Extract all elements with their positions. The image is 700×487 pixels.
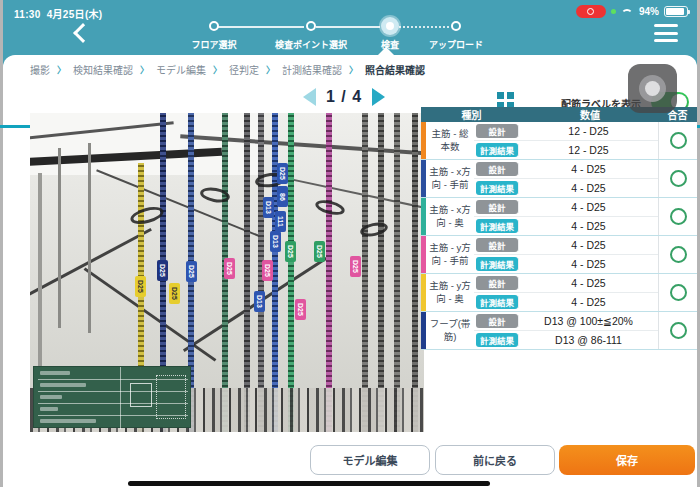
- table-row[interactable]: 主筋 - x方向 - 奥 設計4 - D25 計測結果4 - D25: [421, 198, 697, 236]
- progress-stepper: フロア選択 検査ポイント選択 検査 アップロード: [205, 18, 475, 54]
- inspection-photo[interactable]: D25 86 D13 111 D13 D25 D25 D25 D25 D25 D…: [30, 113, 424, 432]
- wifi-icon: [621, 7, 634, 17]
- rebar-tag: 86: [277, 186, 288, 207]
- rebar-tag: D25: [314, 241, 325, 262]
- rebar-tag: D25: [277, 163, 288, 184]
- table-row[interactable]: 主筋 - 総本数 設計12 - D25 計測結果12 - D25: [421, 122, 697, 160]
- design-value: 4 - D25: [518, 277, 658, 289]
- design-badge: 設計: [476, 124, 518, 138]
- save-button[interactable]: 保存: [559, 445, 695, 475]
- step-label-upload: アップロード: [429, 38, 483, 51]
- prev-page-button[interactable]: [303, 88, 316, 106]
- result-cell: [658, 198, 697, 235]
- table-row[interactable]: 主筋 - y方向 - 奥 設計4 - D25 計測結果4 - D25: [421, 274, 697, 312]
- row-category: 主筋 - x方向 - 手前: [426, 160, 474, 197]
- breadcrumb-item[interactable]: 径判定: [229, 62, 259, 77]
- rebar-tag: D13: [263, 197, 274, 218]
- app-screen: 11:30 4月25日(木) 94% フロア選択 検査ポイント選択 検査 アップ…: [0, 0, 700, 487]
- breadcrumb-item[interactable]: 計測結果確認: [282, 62, 342, 77]
- design-badge: 設計: [476, 200, 518, 214]
- menu-button[interactable]: [654, 24, 678, 42]
- pass-circle-icon: [670, 132, 687, 149]
- model-edit-button[interactable]: モデル編集: [310, 445, 430, 475]
- pass-circle-icon: [670, 322, 687, 339]
- result-cell: [658, 236, 697, 273]
- battery-icon: [664, 6, 688, 17]
- back-button[interactable]: [73, 23, 93, 43]
- design-value: 4 - D25: [518, 239, 658, 251]
- rebar-tag: D25: [350, 256, 361, 277]
- rebar-tag: D25: [285, 241, 296, 262]
- step-label-point: 検査ポイント選択: [275, 38, 347, 51]
- table-row[interactable]: フープ(帯筋) 設計D13 @ 100±≦20% 計測結果D13 @ 86-11…: [421, 312, 697, 350]
- breadcrumb-separator-icon: 〉: [266, 63, 275, 76]
- design-value: 4 - D25: [518, 201, 658, 213]
- footer-bar: モデル編集 前に戻る 保存: [3, 445, 697, 477]
- row-category: 主筋 - y方向 - 奥: [426, 274, 474, 311]
- assistive-touch-button[interactable]: [628, 64, 677, 113]
- measured-badge: 計測結果: [476, 219, 518, 233]
- result-cell: [658, 122, 697, 159]
- pass-circle-icon: [670, 246, 687, 263]
- design-value: 12 - D25: [518, 125, 658, 137]
- row-category: 主筋 - x方向 - 奥: [426, 198, 474, 235]
- breadcrumb: 撮影 〉 検知結果確認 〉 モデル編集 〉 径判定 〉 計測結果確認 〉 照合結…: [30, 62, 425, 77]
- battery-percent: 94%: [639, 6, 659, 17]
- breadcrumb-separator-icon: 〉: [349, 63, 358, 76]
- design-badge: 設計: [476, 314, 518, 328]
- measured-value: 4 - D25: [518, 182, 658, 194]
- pass-circle-icon: [670, 170, 687, 187]
- breadcrumb-separator-icon: 〉: [213, 63, 222, 76]
- step-circle-point[interactable]: [306, 21, 316, 31]
- rebar-tag: D25: [157, 260, 168, 281]
- pass-circle-icon: [670, 284, 687, 301]
- result-cell: [658, 274, 697, 311]
- design-value: D13 @ 100±≦20%: [518, 315, 658, 327]
- network-dot-icon: [611, 9, 616, 14]
- measured-badge: 計測結果: [476, 333, 518, 347]
- breadcrumb-item[interactable]: モデル編集: [156, 62, 206, 77]
- screen-recording-indicator[interactable]: [576, 5, 606, 18]
- row-category: 主筋 - 総本数: [426, 122, 474, 159]
- page-indicator: 1 / 4: [326, 88, 362, 106]
- home-indicator[interactable]: [128, 481, 490, 486]
- rebar-tag: D13: [254, 291, 265, 312]
- next-page-button[interactable]: [372, 88, 385, 106]
- measured-value: 4 - D25: [518, 258, 658, 270]
- breadcrumb-separator-icon: 〉: [140, 63, 149, 76]
- rebar-tag: 111: [275, 211, 286, 232]
- breadcrumb-item-current: 照合結果確認: [365, 62, 425, 77]
- result-cell: [658, 160, 697, 197]
- rebar-tag: D25: [262, 260, 273, 281]
- rebar-tag: D25: [295, 299, 306, 320]
- step-label-floor: フロア選択: [191, 38, 236, 51]
- design-badge: 設計: [476, 276, 518, 290]
- step-circle-floor[interactable]: [209, 21, 219, 31]
- design-badge: 設計: [476, 162, 518, 176]
- row-category: フープ(帯筋): [426, 312, 474, 349]
- row-category: 主筋 - y方向 - 手前: [426, 236, 474, 273]
- result-cell: [658, 312, 697, 349]
- record-dot-icon: [587, 8, 594, 15]
- nav-bar: フロア選択 検査ポイント選択 検査 アップロード: [0, 24, 700, 55]
- measured-badge: 計測結果: [476, 295, 518, 309]
- measured-value: 12 - D25: [518, 144, 658, 156]
- results-table: 種別 数値 合否 主筋 - 総本数 設計12 - D25 計測結果12 - D2…: [421, 107, 697, 350]
- design-badge: 設計: [476, 238, 518, 252]
- assistive-touch-ring: [639, 75, 666, 102]
- measured-badge: 計測結果: [476, 143, 518, 157]
- back-step-button[interactable]: 前に戻る: [435, 445, 555, 475]
- measured-badge: 計測結果: [476, 181, 518, 195]
- breadcrumb-item[interactable]: 検知結果確認: [73, 62, 133, 77]
- breadcrumb-item[interactable]: 撮影: [30, 62, 50, 77]
- construction-blackboard: [33, 366, 191, 428]
- step-circle-inspect[interactable]: [381, 17, 399, 35]
- rebar-tag: D25: [169, 283, 180, 304]
- step-circle-upload[interactable]: [451, 21, 461, 31]
- content-panel: 撮影 〉 検知結果確認 〉 モデル編集 〉 径判定 〉 計測結果確認 〉 照合結…: [3, 55, 697, 487]
- table-row[interactable]: 主筋 - x方向 - 手前 設計4 - D25 計測結果4 - D25: [421, 160, 697, 198]
- header-kind: 種別: [421, 107, 522, 122]
- rebar-tag: D25: [186, 261, 197, 282]
- table-row[interactable]: 主筋 - y方向 - 手前 設計4 - D25 計測結果4 - D25: [421, 236, 697, 274]
- measured-value: D13 @ 86-111: [518, 334, 658, 346]
